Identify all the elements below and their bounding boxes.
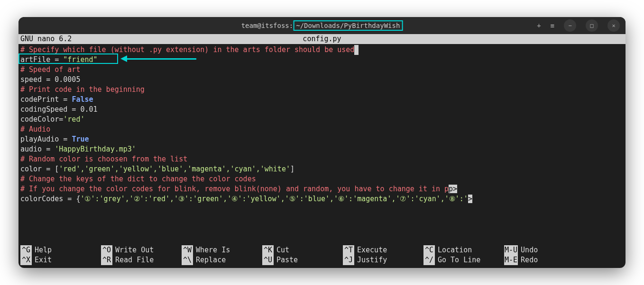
- shortcut-undo: M-UUndo: [504, 245, 585, 255]
- shortcut-writeout: ^OWrite Out: [101, 245, 182, 255]
- nano-version: GNU nano 6.2: [20, 34, 115, 44]
- nano-filename: config.py: [115, 34, 529, 44]
- title-path: ~/Downloads/PyBirthdayWish: [293, 20, 403, 31]
- shortcut-paste: ^UPaste: [262, 255, 343, 265]
- shortcut-execute: ^TExecute: [343, 245, 423, 255]
- code-comment: # Specify which file (without .py extens…: [20, 45, 354, 54]
- code-var: colorCodes = {: [20, 195, 80, 203]
- code-bool: True: [72, 135, 89, 143]
- cursor: [354, 45, 359, 55]
- line-overflow-indicator: p>: [449, 185, 457, 193]
- shortcut-readfile: ^RRead File: [101, 255, 182, 265]
- shortcut-row: ^XExit ^RRead File ^\Replace ^UPaste ^JJ…: [20, 255, 624, 265]
- code-string: 'red': [63, 115, 84, 124]
- code-line: speed = 0.0005: [20, 75, 80, 84]
- shortcut-row: ^GHelp ^OWrite Out ^WWhere Is ^KCut ^TEx…: [20, 245, 624, 255]
- shortcut-whereis: ^WWhere Is: [182, 245, 262, 255]
- code-comment: # Speed of art: [20, 65, 80, 74]
- shortcut-redo: M-ERedo: [504, 255, 585, 265]
- new-tab-icon[interactable]: +: [537, 22, 541, 29]
- code-comment: # Audio: [20, 125, 50, 134]
- close-button[interactable]: ✕: [607, 19, 620, 32]
- shortcut-help: ^GHelp: [20, 245, 101, 255]
- line-overflow-indicator: >: [468, 195, 472, 203]
- code-var: color = [: [20, 165, 59, 173]
- shortcut-location: ^CLocation: [423, 245, 504, 255]
- code-var: playAudio =: [20, 135, 72, 143]
- code-comment: # Print code in the beginning: [20, 85, 145, 94]
- nano-shortcuts: ^GHelp ^OWrite Out ^WWhere Is ^KCut ^TEx…: [18, 244, 626, 268]
- shortcut-justify: ^JJustify: [343, 255, 423, 265]
- code-string: 'HappyBirthday.mp3': [55, 145, 136, 153]
- minimize-button[interactable]: −: [564, 19, 576, 32]
- title-prefix: team@itsfoss:: [241, 22, 294, 29]
- code-punc: ]: [290, 165, 294, 173]
- shortcut-gotoline: ^/Go To Line: [423, 255, 504, 265]
- window-title: team@itsfoss: ~/Downloads/PyBirthdayWish: [241, 20, 403, 31]
- code-line: codingSpeed = 0.01: [20, 105, 98, 114]
- code-string: "friend": [63, 55, 97, 64]
- code-comment: # If you change the color codes for blin…: [20, 185, 449, 193]
- code-comment: # Random color is choosen from the list: [20, 155, 187, 163]
- code-var: codeColor=: [20, 115, 63, 124]
- nano-header: GNU nano 6.2 config.py: [18, 34, 626, 44]
- code-var: codePrint =: [20, 95, 72, 104]
- shortcut-replace: ^\Replace: [182, 255, 262, 265]
- code-var: artFile =: [20, 55, 63, 64]
- menu-icon[interactable]: ≡: [551, 22, 554, 29]
- code-string: '①':'grey','②':'red','③':'green','④':'ye…: [80, 195, 468, 203]
- terminal-window: team@itsfoss: ~/Downloads/PyBirthdayWish…: [18, 17, 626, 268]
- shortcut-exit: ^XExit: [20, 255, 101, 265]
- maximize-button[interactable]: □: [586, 19, 598, 32]
- editor-area[interactable]: # Specify which file (without .py extens…: [18, 44, 626, 244]
- code-var: audio =: [20, 145, 55, 153]
- code-bool: False: [72, 95, 93, 104]
- titlebar[interactable]: team@itsfoss: ~/Downloads/PyBirthdayWish…: [18, 17, 626, 34]
- code-comment: # Change the keys of the dict to change …: [20, 175, 256, 183]
- shortcut-cut: ^KCut: [262, 245, 343, 255]
- code-string: 'red','green','yellow','blue','magenta',…: [59, 165, 290, 173]
